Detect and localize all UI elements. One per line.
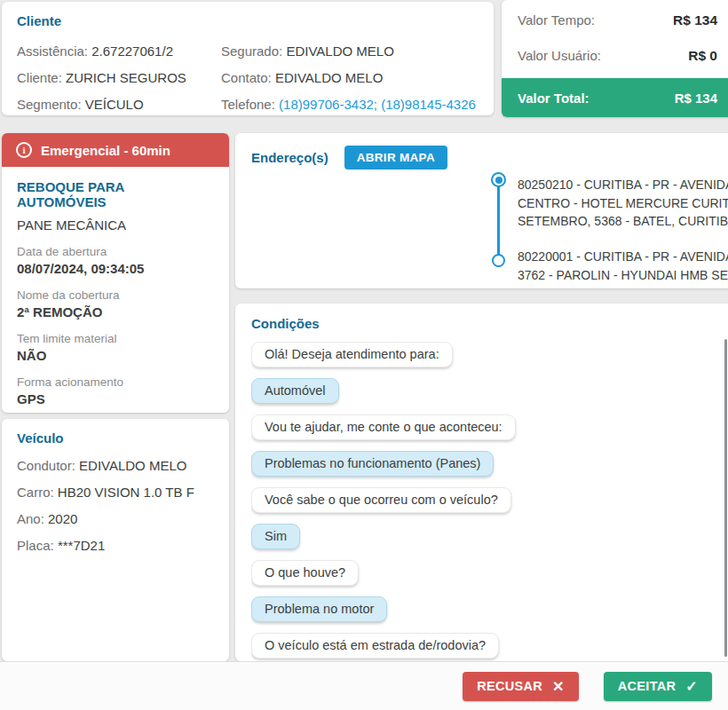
chat-message-user: Problema no motor <box>251 596 387 622</box>
plate-field: Placa: ***7D21 <box>17 538 229 553</box>
user-value-row: Valor Usuário: R$ 0 <box>502 40 728 71</box>
client-card: Cliente Assistência: 2.67227061/2 Client… <box>2 2 494 115</box>
year-field: Ano: 2020 <box>17 511 229 526</box>
conditions-card-title: Condições <box>235 304 728 331</box>
client-card-title: Cliente <box>17 13 61 28</box>
driver-field: Condutor: EDIVALDO MELO <box>17 458 229 473</box>
client-field: Cliente: ZURICH SEGUROS <box>17 70 221 85</box>
total-value-bar: Valor Total: R$ 134 <box>502 78 728 117</box>
info-icon: i <box>16 142 32 158</box>
accept-button[interactable]: ACEITAR ✓ <box>604 672 712 701</box>
vehicle-card-title: Veículo <box>17 430 64 446</box>
totals-card: Valor Tempo: R$ 134 Valor Usuário: R$ 0 … <box>502 0 728 117</box>
chat-message-bot: Vou te ajudar, me conte o que aconteceu: <box>251 414 516 440</box>
service-name: REBOQUE PARA AUTOMÓVEIS <box>17 179 217 209</box>
coverage-name-field: Nome da cobertura 2ª REMOÇÃO <box>17 288 217 320</box>
chat-message-bot: O que houve? <box>251 560 359 586</box>
emergency-banner: i Emergencial - 60min <box>2 133 229 167</box>
destination-address: 80220001 - CURITIBA - PR - AVENIDA MAREC… <box>518 248 728 284</box>
material-limit-field: Tem limite material NÃO <box>17 332 217 363</box>
origin-address: 80250210 - CURITIBA - PR - AVENIDA SETE … <box>518 176 728 231</box>
car-field: Carro: HB20 VISION 1.0 TB F <box>17 485 229 500</box>
vehicle-card: Veículo Condutor: EDIVALDO MELO Carro: H… <box>2 419 229 661</box>
reject-button[interactable]: RECUSAR ✕ <box>463 672 579 701</box>
address-card: Endereço(s) ABRIR MAPA 80250210 - CURITI… <box>235 133 728 288</box>
phone-field: Telefone: (18)99706-3432; (18)98145-4326 <box>221 97 494 112</box>
service-card: i Emergencial - 60min REBOQUE PARA AUTOM… <box>2 133 229 413</box>
chat-message-bot-truncated: O veículo está em estrada de/rodovia? <box>251 633 499 659</box>
chat-message-user: Sim <box>251 524 300 549</box>
service-detail: PANE MECÂNICA <box>17 217 217 233</box>
chat-message-user: Problemas no funcionamento (Panes) <box>251 451 494 477</box>
trigger-mode-field: Forma acionamento GPS <box>17 375 217 406</box>
destination-radio-icon[interactable] <box>492 254 505 267</box>
check-icon: ✓ <box>685 678 698 695</box>
close-icon: ✕ <box>552 678 565 695</box>
footer-action-bar: RECUSAR ✕ ACEITAR ✓ <box>0 661 728 710</box>
origin-radio-icon[interactable] <box>491 172 506 187</box>
emergency-banner-label: Emergencial - 60min <box>41 143 170 158</box>
user-value: R$ 0 <box>688 48 717 64</box>
total-value: R$ 134 <box>675 91 717 106</box>
chat-message-user: Automóvel <box>251 378 339 404</box>
chat-message-bot: Você sabe o que ocorreu com o veículo? <box>251 487 511 513</box>
time-value: R$ 134 <box>673 12 717 28</box>
phone-links[interactable]: (18)99706-3432; (18)98145-4326 <box>279 97 476 112</box>
assistance-field: Assistência: 2.67227061/2 <box>17 43 221 59</box>
time-value-row: Valor Tempo: R$ 134 <box>502 4 728 36</box>
open-map-button[interactable]: ABRIR MAPA <box>344 146 447 170</box>
chat-scrollbar[interactable] <box>724 339 727 657</box>
opening-date-field: Data de abertura 08/07/2024, 09:34:05 <box>17 245 217 276</box>
conditions-card: Condições Olá! Deseja atendimento para: … <box>235 304 728 661</box>
chat-transcript: Olá! Deseja atendimento para: Automóvel … <box>251 342 722 661</box>
segment-field: Segmento: VEÍCULO <box>17 97 221 112</box>
insured-field: Segurado: EDIVALDO MELO <box>221 43 494 59</box>
chat-message-bot: Olá! Deseja atendimento para: <box>251 342 453 367</box>
contact-field: Contato: EDIVALDO MELO <box>221 70 494 85</box>
address-card-title: Endereço(s) <box>251 150 328 165</box>
route-timeline-line <box>497 186 500 256</box>
